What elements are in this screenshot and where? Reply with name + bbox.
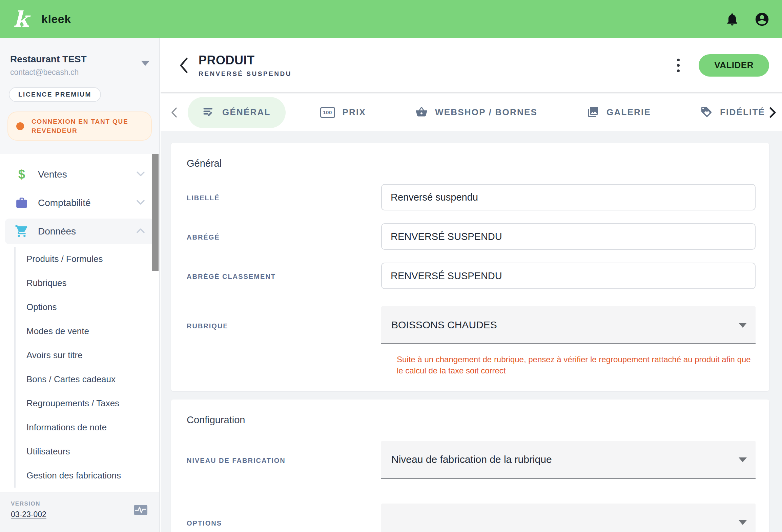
tab-label: PRIX — [343, 107, 366, 118]
tab-prix[interactable]: 100 PRIX — [305, 97, 381, 128]
tab-general[interactable]: GÉNÉRAL — [188, 97, 286, 128]
niveau-fabrication-label: NIVEAU DE FABRICATION — [187, 455, 381, 465]
account-name: Restaurant TEST — [10, 54, 149, 65]
general-card-title: Général — [187, 158, 756, 169]
submenu-item-regroupements-taxes[interactable]: Regroupements / Taxes — [26, 391, 159, 415]
more-options-kebab-icon[interactable] — [672, 55, 685, 76]
validate-button[interactable]: VALIDER — [699, 54, 769, 77]
reseller-notice: CONNEXION EN TANT QUE REVENDEUR — [7, 111, 152, 141]
briefcase-icon — [14, 197, 29, 209]
rubrique-select-value: BOISSONS CHAUDES — [391, 319, 497, 331]
submenu-item-options[interactable]: Options — [26, 295, 159, 319]
options-label: OPTIONS — [187, 518, 381, 527]
basket-icon — [415, 106, 428, 119]
field-row-niveau-fabrication: NIVEAU DE FABRICATION Niveau de fabricat… — [187, 441, 756, 479]
page-subtitle: RENVERSÉ SUSPENDU — [199, 70, 292, 78]
account-switcher[interactable]: Restaurant TEST contact@becash.ch — [0, 38, 159, 77]
money-bill-icon: 100 — [320, 107, 335, 118]
chevron-down-icon — [739, 520, 747, 525]
loyalty-tag-icon — [700, 106, 713, 119]
chevron-up-icon — [136, 228, 145, 235]
tabs-scroll-left-icon[interactable] — [168, 107, 180, 118]
product-header: PRODUIT RENVERSÉ SUSPENDU VALIDER — [161, 38, 782, 93]
tab-webshop-bornes[interactable]: WEBSHOP / BORNES — [400, 97, 552, 128]
sidebar-scrollbar[interactable] — [152, 154, 159, 271]
notifications-bell-icon[interactable] — [724, 12, 740, 27]
libelle-label: LIBELLÉ — [187, 193, 381, 202]
tab-label: GALERIE — [606, 107, 651, 118]
status-dot-icon — [16, 122, 24, 130]
niveau-fabrication-select-value: Niveau de fabrication de la rubrique — [391, 454, 552, 465]
tab-galerie[interactable]: GALERIE — [572, 97, 666, 128]
sidebar-item-label: Données — [38, 226, 76, 237]
submenu-item-produits-formules[interactable]: Produits / Formules — [26, 247, 159, 271]
edit-list-icon — [203, 106, 215, 119]
rubrique-select[interactable]: BOISSONS CHAUDES — [381, 306, 756, 344]
main-area: PRODUIT RENVERSÉ SUSPENDU VALIDER GÉNÉRA… — [161, 38, 782, 532]
tabs-scroll-right-icon[interactable] — [765, 94, 780, 131]
tab-label: WEBSHOP / BORNES — [435, 107, 537, 118]
product-tabs: GÉNÉRAL 100 PRIX WEBSHOP / BORNES GALERI… — [161, 94, 782, 131]
sidebar-item-ventes[interactable]: $ Ventes — [5, 162, 155, 187]
submenu-item-informations-de-note[interactable]: Informations de note — [26, 415, 159, 439]
rubrique-warning-text: Suite à un changement de rubrique, pense… — [397, 354, 756, 376]
field-row-rubrique: RUBRIQUE BOISSONS CHAUDES — [187, 306, 756, 344]
submenu-item-modes-de-vente[interactable]: Modes de vente — [26, 319, 159, 343]
chevron-down-icon — [739, 323, 747, 328]
chevron-down-icon — [136, 200, 145, 206]
niveau-fabrication-select[interactable]: Niveau de fabrication de la rubrique — [381, 441, 756, 479]
sidebar: Restaurant TEST contact@becash.ch LICENC… — [0, 38, 160, 532]
version-label: VERSION — [11, 500, 148, 507]
configuration-card-title: Configuration — [187, 414, 756, 426]
product-form-content: Général LIBELLÉ ABRÉGÉ ABRÉGÉ CLASSEMENT — [161, 131, 782, 532]
topbar: k kleek — [0, 0, 782, 38]
sidebar-item-label: Ventes — [38, 169, 67, 180]
back-arrow-icon[interactable] — [176, 55, 191, 76]
page-title: PRODUIT — [199, 53, 292, 67]
licence-badge: LICENCE PREMIUM — [9, 87, 101, 102]
chevron-down-icon — [739, 457, 747, 462]
version-bar: VERSION 03-23-002 — [0, 492, 159, 532]
dollar-icon: $ — [14, 167, 29, 182]
field-row-abrege: ABRÉGÉ — [187, 223, 756, 250]
abrege-label: ABRÉGÉ — [187, 232, 381, 241]
submenu-item-bons-cartes-cadeaux[interactable]: Bons / Cartes cadeaux — [26, 367, 159, 391]
field-row-abrege-classement: ABRÉGÉ CLASSEMENT — [187, 263, 756, 289]
field-row-options: OPTIONS — [187, 504, 756, 532]
submenu-item-utilisateurs[interactable]: Utilisateurs — [26, 439, 159, 464]
chevron-down-icon — [136, 171, 145, 178]
account-email: contact@becash.ch — [10, 68, 149, 77]
libelle-input[interactable] — [381, 184, 756, 210]
account-avatar-icon[interactable] — [754, 12, 770, 27]
reseller-notice-text: CONNEXION EN TANT QUE REVENDEUR — [32, 117, 143, 135]
donnees-submenu: Produits / Formules Rubriques Options Mo… — [14, 247, 159, 488]
chevron-down-icon[interactable] — [141, 61, 150, 66]
version-link[interactable]: 03-23-002 — [11, 510, 46, 519]
submenu-item-gestion-des-fabrications[interactable]: Gestion des fabrications — [26, 464, 159, 488]
rubrique-label: RUBRIQUE — [187, 321, 381, 330]
configuration-card: Configuration NIVEAU DE FABRICATION Nive… — [171, 400, 769, 532]
sidebar-item-comptabilite[interactable]: Comptabilité — [5, 190, 155, 216]
sidebar-item-donnees[interactable]: Données — [5, 219, 155, 244]
submenu-item-avoirs-sur-titre[interactable]: Avoirs sur titre — [26, 343, 159, 367]
general-card: Général LIBELLÉ ABRÉGÉ ABRÉGÉ CLASSEMENT — [171, 143, 769, 391]
gallery-icon — [587, 106, 599, 119]
abrege-classement-label: ABRÉGÉ CLASSEMENT — [187, 271, 381, 281]
kleek-logo-icon[interactable]: k — [10, 8, 32, 30]
system-health-pulse-icon[interactable] — [133, 505, 148, 517]
submenu-item-rubriques[interactable]: Rubriques — [26, 271, 159, 295]
tab-label: GÉNÉRAL — [222, 107, 271, 118]
app-name: kleek — [41, 13, 71, 26]
shopping-cart-icon — [14, 225, 29, 238]
tab-label: FIDÉLITÉ — [720, 107, 765, 118]
abrege-classement-input[interactable] — [381, 263, 756, 289]
abrege-input[interactable] — [381, 223, 756, 250]
sidebar-item-label: Comptabilité — [38, 198, 91, 208]
field-row-libelle: LIBELLÉ — [187, 184, 756, 210]
sidebar-menu: $ Ventes Comptabilité Données — [0, 154, 159, 492]
options-select[interactable] — [381, 504, 756, 532]
